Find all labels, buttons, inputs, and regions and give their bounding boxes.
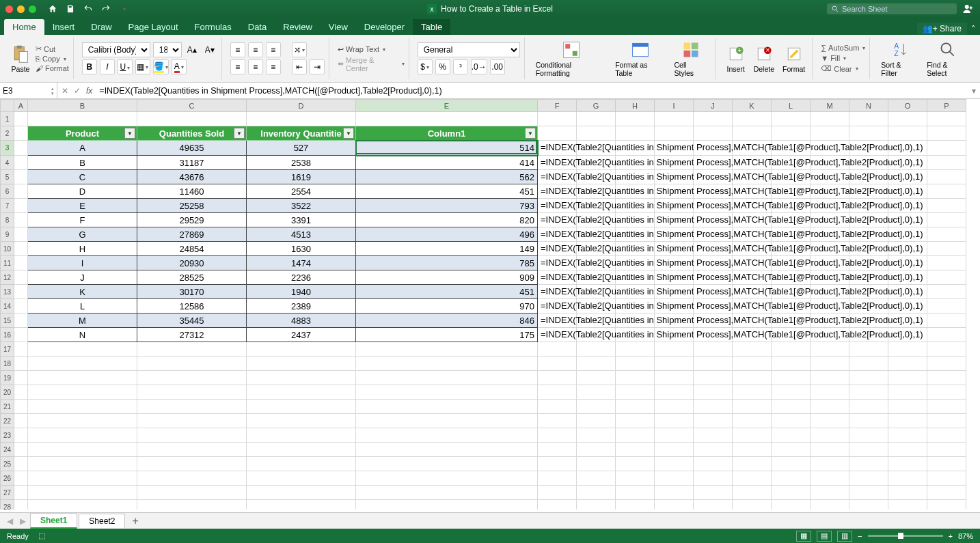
row-header-1[interactable]: 1: [1, 112, 14, 126]
cell-C25[interactable]: [137, 457, 247, 471]
cell-C14[interactable]: 12586: [137, 299, 247, 314]
cell-E28[interactable]: [356, 500, 538, 510]
cell-C24[interactable]: [137, 443, 247, 457]
cell-N25[interactable]: [849, 457, 888, 471]
cell-F6[interactable]: =INDEX(Table2[Quantities in Shipment Pro…: [538, 184, 577, 199]
cell-B18[interactable]: [28, 357, 137, 371]
close-icon[interactable]: [5, 5, 13, 13]
cell-C22[interactable]: [137, 414, 247, 428]
cell-P20[interactable]: [927, 385, 966, 400]
cell-H17[interactable]: [616, 342, 655, 357]
cell-A2[interactable]: [14, 126, 28, 141]
cell-C20[interactable]: [137, 385, 247, 400]
table-header[interactable]: Column1▼: [356, 126, 538, 141]
cell-N2[interactable]: [849, 126, 888, 141]
tab-review[interactable]: Review: [275, 19, 321, 35]
cell-A4[interactable]: [14, 156, 28, 170]
cell-B21[interactable]: [28, 400, 137, 414]
cell-F28[interactable]: [538, 500, 577, 510]
cell-J18[interactable]: [694, 357, 733, 371]
cell-O26[interactable]: [888, 471, 927, 486]
cell-C28[interactable]: [137, 500, 247, 510]
col-header-M[interactable]: M: [811, 100, 849, 112]
cell-O19[interactable]: [888, 371, 927, 385]
cell-E9[interactable]: 496: [356, 227, 538, 242]
align-middle-icon[interactable]: ≡: [248, 42, 263, 57]
cell-E11[interactable]: 785: [356, 256, 538, 270]
number-format-select[interactable]: General: [418, 42, 520, 57]
cell-J19[interactable]: [694, 371, 733, 385]
merge-center-button[interactable]: ⬌ Merge & Center: [338, 56, 405, 72]
cell-D11[interactable]: 1474: [247, 256, 356, 270]
row-header-4[interactable]: 4: [1, 156, 14, 170]
cell-F5[interactable]: =INDEX(Table2[Quantities in Shipment Pro…: [538, 170, 577, 184]
add-sheet-button[interactable]: +: [126, 514, 144, 529]
cell-C21[interactable]: [137, 400, 247, 414]
underline-button[interactable]: U: [118, 59, 133, 74]
cell-C13[interactable]: 30170: [137, 285, 247, 299]
fx-icon[interactable]: fx: [86, 86, 92, 96]
cell-C10[interactable]: 24854: [137, 242, 247, 256]
cell-P12[interactable]: [927, 270, 966, 285]
row-header-17[interactable]: 17: [1, 342, 14, 357]
cell-K23[interactable]: [733, 428, 772, 443]
cell-C26[interactable]: [137, 471, 247, 486]
cell-J28[interactable]: [694, 500, 733, 510]
cell-F17[interactable]: [538, 342, 577, 357]
cell-F7[interactable]: =INDEX(Table2[Quantities in Shipment Pro…: [538, 199, 577, 213]
cell-K2[interactable]: [733, 126, 772, 141]
orientation-button[interactable]: ⤭: [292, 42, 307, 57]
tab-home[interactable]: Home: [4, 19, 44, 35]
cell-J27[interactable]: [694, 486, 733, 500]
cell-F1[interactable]: [538, 112, 577, 126]
cell-O25[interactable]: [888, 457, 927, 471]
cell-O17[interactable]: [888, 342, 927, 357]
cell-F13[interactable]: =INDEX(Table2[Quantities in Shipment Pro…: [538, 285, 577, 299]
cell-A11[interactable]: [14, 256, 28, 270]
cell-A19[interactable]: [14, 371, 28, 385]
cell-F14[interactable]: =INDEX(Table2[Quantities in Shipment Pro…: [538, 299, 577, 314]
cell-A9[interactable]: [14, 227, 28, 242]
tab-page-layout[interactable]: Page Layout: [120, 19, 187, 35]
cell-N18[interactable]: [849, 357, 888, 371]
cell-G21[interactable]: [577, 400, 616, 414]
cell-M21[interactable]: [811, 400, 849, 414]
insert-button[interactable]: +Insert: [724, 44, 748, 73]
spreadsheet-grid[interactable]: ABCDEFGHIJKLMNOP12Product▼Quantities Sol…: [0, 99, 980, 510]
row-header-3[interactable]: 3: [1, 141, 14, 156]
cell-B25[interactable]: [28, 457, 137, 471]
cell-L20[interactable]: [772, 385, 811, 400]
cell-F22[interactable]: [538, 414, 577, 428]
col-header-I[interactable]: I: [655, 100, 694, 112]
cell-P17[interactable]: [927, 342, 966, 357]
cell-K22[interactable]: [733, 414, 772, 428]
formula-input[interactable]: =INDEX(Table2[Quantities in Shipment Pro…: [96, 86, 441, 96]
cell-P14[interactable]: [927, 299, 966, 314]
cell-D26[interactable]: [247, 471, 356, 486]
cell-C27[interactable]: [137, 486, 247, 500]
cell-M22[interactable]: [811, 414, 849, 428]
cell-A21[interactable]: [14, 400, 28, 414]
cell-B7[interactable]: E: [28, 199, 137, 213]
cell-E10[interactable]: 149: [356, 242, 538, 256]
cell-B19[interactable]: [28, 371, 137, 385]
col-header-C[interactable]: C: [137, 100, 247, 112]
tab-data[interactable]: Data: [240, 19, 275, 35]
cell-D14[interactable]: 2389: [247, 299, 356, 314]
cell-D1[interactable]: [247, 112, 356, 126]
col-header-L[interactable]: L: [772, 100, 811, 112]
cell-E24[interactable]: [356, 443, 538, 457]
cell-G20[interactable]: [577, 385, 616, 400]
cell-O23[interactable]: [888, 428, 927, 443]
cell-J26[interactable]: [694, 471, 733, 486]
cell-D19[interactable]: [247, 371, 356, 385]
cell-styles-button[interactable]: Cell Styles: [672, 40, 711, 77]
col-header-J[interactable]: J: [694, 100, 733, 112]
cell-B4[interactable]: B: [28, 156, 137, 170]
col-header-P[interactable]: P: [927, 100, 966, 112]
cell-L1[interactable]: [772, 112, 811, 126]
cell-H18[interactable]: [616, 357, 655, 371]
cell-N23[interactable]: [849, 428, 888, 443]
cell-P21[interactable]: [927, 400, 966, 414]
cell-K27[interactable]: [733, 486, 772, 500]
